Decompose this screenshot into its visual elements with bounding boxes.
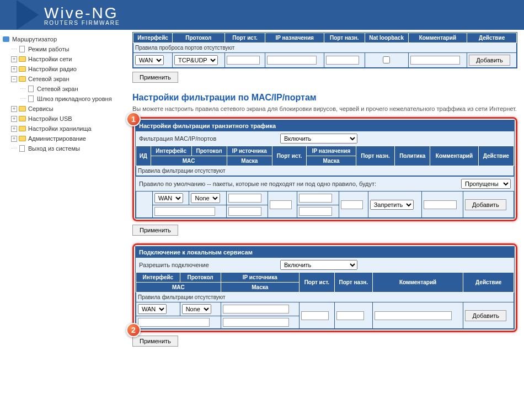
transit-comment[interactable]	[424, 200, 457, 209]
folder-icon	[19, 66, 26, 72]
portfw-add[interactable]: Добавить	[469, 55, 510, 66]
portfw-srcport[interactable]	[227, 56, 260, 65]
nav-router[interactable]: Маршрутизатор	[2, 34, 130, 44]
portfw-table: Интерфейс Протокол Порт ист. IP назначен…	[133, 33, 517, 68]
main-content: Интерфейс Протокол Порт ист. IP назначен…	[132, 30, 524, 365]
page-icon	[28, 86, 34, 92]
local-mask[interactable]	[223, 318, 289, 327]
filter-enable-select[interactable]: Включить	[280, 134, 357, 143]
expand-icon[interactable]: +	[11, 56, 17, 62]
page-icon	[28, 95, 34, 102]
portfw-dstport[interactable]	[326, 56, 359, 65]
transit-apply[interactable]: Применить	[132, 225, 178, 236]
transit-table: ИД Интерфейс Протокол IP источника Порт …	[136, 146, 514, 176]
local-srcport[interactable]	[301, 311, 329, 320]
nav-services[interactable]: +Сервисы	[2, 104, 130, 114]
portfw-iface[interactable]: WAN	[135, 55, 164, 65]
h-action: Действие	[478, 146, 514, 166]
nav-alg[interactable]: ⋯Шлюз прикладного уровня	[2, 94, 130, 104]
local-apply[interactable]: Применить	[132, 336, 178, 347]
logo-triangle-icon	[17, 0, 39, 30]
nav-mode[interactable]: ⋯Режим работы	[2, 44, 130, 54]
local-dstport[interactable]	[336, 311, 364, 320]
transit-mac[interactable]	[154, 207, 215, 216]
h-mask2: Маска	[307, 156, 356, 166]
h-dstip: IP назначения	[265, 33, 324, 43]
transit-srcip[interactable]	[228, 194, 261, 203]
folder-icon	[19, 116, 26, 121]
transit-policy[interactable]: Запретить	[370, 200, 414, 210]
h-iface: Интерфейс	[151, 146, 191, 156]
transit-header: Настройки фильтрации транзитного трафика	[136, 120, 514, 131]
default-rule-select[interactable]: Пропущены	[461, 179, 511, 189]
local-panel: Подключение к локальным сервисам Разреши…	[135, 246, 515, 329]
local-enable-select[interactable]: Включить	[280, 260, 357, 270]
h-dstport: Порт назн.	[334, 273, 372, 293]
h-id: ИД	[136, 146, 151, 166]
folder-icon	[19, 136, 26, 141]
nav-tree: Маршрутизатор ⋯Режим работы +Настройки с…	[0, 30, 132, 365]
portfw-proto[interactable]: TCP&UDP	[174, 55, 218, 65]
local-mac[interactable]	[138, 318, 210, 327]
brand-name: Wive-NG	[44, 4, 120, 22]
nav-logout[interactable]: ⋯Выход из системы	[2, 143, 130, 153]
h-proto: Протокол	[191, 146, 227, 156]
local-comment[interactable]	[375, 311, 452, 320]
h-action: Действие	[463, 273, 514, 293]
nav-firewall-sub[interactable]: ⋯Сетевой экран	[2, 84, 130, 94]
transit-dstport[interactable]	[341, 200, 363, 209]
portfw-natloop[interactable]	[383, 56, 390, 63]
local-proto[interactable]: None	[182, 304, 211, 314]
h-proto: Протокол	[173, 33, 225, 43]
expand-icon[interactable]: +	[11, 126, 17, 132]
h-mask: Маска	[221, 283, 299, 293]
transit-input-table: WAN None Запретить Добавить	[136, 191, 514, 218]
router-icon	[3, 36, 9, 42]
collapse-icon[interactable]: −	[11, 76, 17, 82]
expand-icon[interactable]: +	[11, 136, 17, 142]
local-add[interactable]: Добавить	[465, 310, 506, 321]
h-comment: Комментарий	[408, 33, 467, 43]
nav-usb[interactable]: +Настройки USB	[2, 114, 130, 124]
h-action: Действие	[467, 33, 517, 43]
portfw-apply[interactable]: Применить	[132, 72, 178, 83]
nav-radio[interactable]: +Настройки радио	[2, 64, 130, 74]
h-srcport: Порт ист.	[299, 273, 334, 293]
folder-open-icon	[19, 76, 26, 82]
page-icon	[19, 145, 25, 152]
transit-add[interactable]: Добавить	[465, 199, 506, 210]
nav-storage[interactable]: +Настройки хранилища	[2, 124, 130, 134]
nav-net[interactable]: +Настройки сети	[2, 54, 130, 64]
h-proto: Протокол	[180, 273, 221, 283]
h-srcport: Порт ист.	[272, 146, 306, 166]
h-mac: MAC	[151, 156, 227, 166]
h-comment: Комментарий	[430, 146, 478, 166]
transit-dstip[interactable]	[299, 194, 332, 203]
expand-icon[interactable]: +	[11, 116, 17, 122]
local-enable-row: Разрешить подключение Включить	[136, 258, 514, 272]
portfw-dstip[interactable]	[267, 56, 317, 65]
h-srcport: Порт ист.	[224, 33, 265, 43]
brand-block: Wive-NG ROUTERS FIRMWARE	[44, 4, 120, 26]
h-iface: Интерфейс	[133, 33, 173, 43]
local-iface[interactable]: WAN	[138, 304, 167, 314]
transit-iface[interactable]: WAN	[154, 193, 183, 203]
portfw-empty: Правила проброса портов отсутствуют	[133, 43, 517, 53]
default-rule-row: Правило по умолчанию -- пакеты, которые …	[136, 176, 514, 191]
expand-icon[interactable]: +	[11, 66, 17, 72]
nav-firewall[interactable]: −Сетевой экран	[2, 74, 130, 84]
transit-srcport[interactable]	[270, 200, 292, 209]
transit-mask1[interactable]	[228, 207, 261, 216]
portfw-input-row: WAN TCP&UDP Добавить	[133, 53, 517, 68]
transit-empty: Правила фильтрации отсутствуют	[136, 166, 514, 176]
folder-icon	[19, 126, 26, 131]
transit-proto[interactable]: None	[191, 193, 220, 203]
nav-admin[interactable]: +Администрирование	[2, 134, 130, 143]
h-dstport: Порт назн.	[356, 146, 394, 166]
portfw-comment[interactable]	[410, 56, 460, 65]
folder-icon	[19, 106, 26, 111]
expand-icon[interactable]: +	[11, 106, 17, 112]
local-srcip[interactable]	[223, 305, 289, 313]
transit-mask2[interactable]	[299, 207, 332, 216]
h-srcip: IP источника	[221, 273, 299, 283]
